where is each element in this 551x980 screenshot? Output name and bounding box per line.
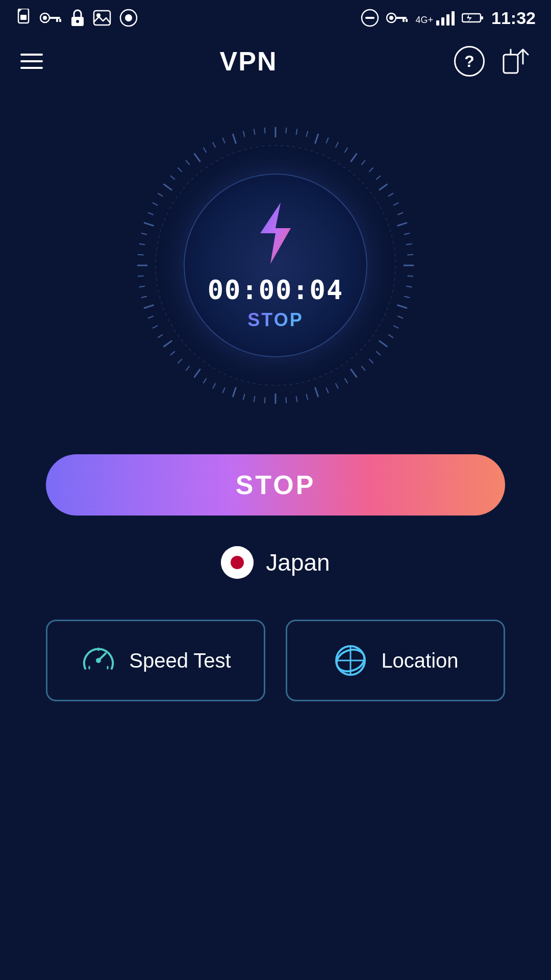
svg-line-39 — [394, 203, 398, 205]
svg-line-55 — [369, 359, 373, 363]
speed-test-label: Speed Test — [129, 649, 231, 672]
svg-rect-7 — [59, 19, 61, 22]
svg-line-68 — [243, 395, 244, 400]
svg-line-29 — [315, 134, 318, 143]
svg-point-107 — [231, 556, 244, 569]
svg-line-92 — [158, 193, 163, 196]
svg-line-94 — [171, 176, 175, 179]
status-bar-right-icons: 4G+ 11:32 — [361, 8, 536, 28]
svg-line-89 — [144, 223, 153, 226]
svg-line-58 — [345, 379, 347, 383]
svg-line-87 — [139, 244, 144, 245]
svg-line-61 — [315, 388, 318, 397]
lock-icon — [70, 9, 85, 27]
svg-line-27 — [296, 129, 297, 134]
svg-point-13 — [125, 14, 132, 21]
svg-rect-20 — [406, 19, 408, 22]
svg-line-72 — [204, 379, 206, 383]
svg-line-54 — [377, 352, 381, 355]
svg-line-73 — [194, 370, 200, 377]
svg-line-52 — [389, 335, 393, 337]
svg-line-35 — [369, 168, 373, 172]
svg-line-62 — [307, 395, 308, 400]
svg-line-64 — [286, 398, 286, 403]
image-icon — [93, 9, 111, 27]
svg-rect-10 — [94, 11, 110, 25]
svg-line-86 — [138, 255, 143, 255]
svg-line-38 — [389, 193, 393, 196]
svg-line-43 — [407, 244, 412, 245]
svg-line-104 — [265, 128, 265, 133]
svg-line-70 — [223, 388, 225, 393]
svg-line-66 — [265, 398, 265, 403]
stop-button[interactable]: STOP — [46, 454, 505, 516]
app-header: VPN ? — [0, 36, 551, 87]
svg-point-4 — [43, 16, 47, 20]
vpn-key-small-icon — [386, 11, 409, 24]
svg-line-99 — [213, 142, 215, 147]
vpn-toggle-button[interactable]: 00:00:04 STOP — [184, 174, 367, 357]
svg-line-83 — [139, 286, 144, 287]
svg-line-31 — [336, 142, 338, 147]
status-bar-left-icons — [15, 9, 138, 27]
svg-line-98 — [204, 148, 206, 153]
japan-flag-icon — [221, 546, 254, 579]
svg-line-74 — [186, 366, 189, 371]
svg-point-9 — [76, 20, 79, 23]
svg-line-77 — [164, 341, 172, 347]
svg-line-44 — [408, 255, 413, 255]
svg-line-41 — [398, 223, 407, 226]
location-button[interactable]: Location — [286, 620, 505, 701]
svg-line-30 — [326, 138, 328, 143]
svg-line-26 — [286, 128, 286, 133]
country-flag — [221, 546, 254, 579]
svg-line-57 — [351, 370, 357, 377]
svg-line-78 — [158, 335, 163, 337]
svg-marker-2 — [18, 9, 22, 13]
sim-icon — [15, 9, 32, 27]
app-title: VPN — [220, 46, 278, 77]
svg-rect-1 — [20, 15, 27, 20]
svg-line-46 — [408, 276, 413, 276]
svg-rect-5 — [49, 17, 60, 19]
svg-line-103 — [254, 129, 255, 134]
header-actions: ? — [454, 46, 531, 77]
svg-line-81 — [144, 305, 153, 308]
location-globe-icon — [332, 642, 369, 679]
svg-line-33 — [351, 154, 357, 162]
svg-line-101 — [233, 134, 236, 143]
help-button[interactable]: ? — [454, 46, 485, 77]
svg-rect-19 — [403, 19, 405, 22]
location-display: Japan — [221, 546, 330, 579]
svg-rect-6 — [56, 19, 58, 22]
svg-line-42 — [405, 233, 410, 234]
svg-line-50 — [398, 316, 403, 318]
svg-line-88 — [141, 233, 146, 234]
location-label: Location — [381, 649, 458, 672]
svg-rect-22 — [481, 16, 483, 19]
menu-button[interactable] — [20, 54, 43, 69]
svg-line-56 — [362, 366, 365, 371]
svg-line-93 — [164, 184, 172, 190]
svg-rect-23 — [504, 55, 518, 73]
share-button[interactable] — [500, 46, 531, 77]
svg-line-53 — [380, 341, 387, 347]
battery-icon — [462, 12, 484, 24]
svg-line-36 — [377, 176, 381, 179]
svg-line-95 — [178, 168, 182, 172]
svg-line-60 — [326, 388, 328, 393]
svg-line-79 — [153, 326, 157, 328]
svg-point-17 — [389, 16, 393, 20]
svg-line-84 — [138, 276, 143, 276]
speed-test-button[interactable]: Speed Test — [46, 620, 265, 701]
share-icon — [502, 47, 529, 75]
svg-rect-15 — [365, 17, 374, 19]
main-content: // We'll generate ticks via JS below 0 — [0, 87, 551, 701]
dnd-icon — [361, 9, 379, 27]
svg-line-75 — [178, 359, 182, 363]
svg-line-67 — [254, 397, 255, 402]
svg-line-91 — [153, 203, 157, 205]
svg-line-34 — [362, 161, 365, 165]
vpn-key-icon — [40, 11, 62, 24]
svg-line-40 — [398, 213, 403, 215]
